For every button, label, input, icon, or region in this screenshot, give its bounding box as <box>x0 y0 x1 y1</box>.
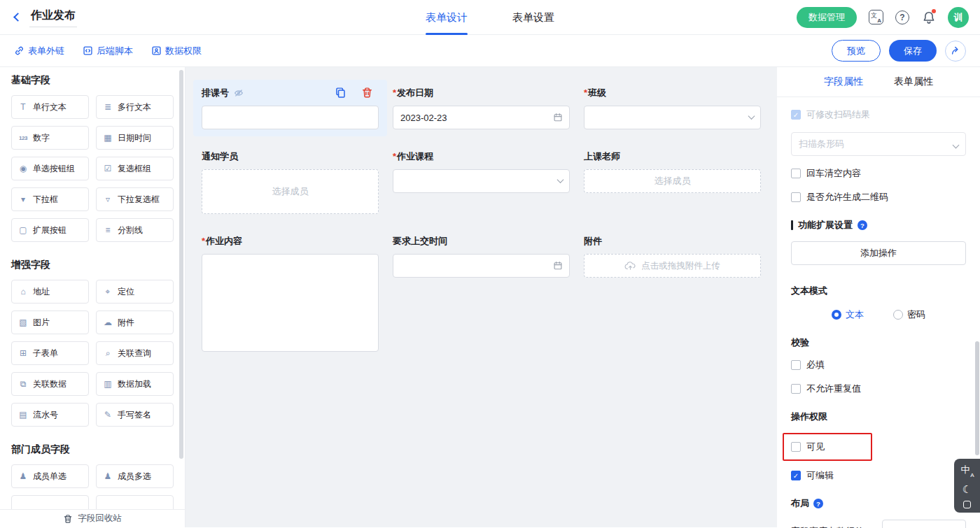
sidebar-scrollbar[interactable] <box>179 70 183 459</box>
back-button[interactable] <box>11 14 21 20</box>
validation-title: 校验 <box>791 336 966 349</box>
sidebar-item-partial[interactable] <box>11 495 89 509</box>
schedule-number-input[interactable] <box>202 106 379 129</box>
sidebar-item-data-load[interactable]: ▥数据加载 <box>96 372 174 396</box>
sidebar-item-radio-group[interactable]: ◉单选按钮组 <box>11 157 89 180</box>
data-manage-button[interactable]: 数据管理 <box>797 7 857 28</box>
field-teacher[interactable]: 上课老师 选择成员 <box>584 150 761 193</box>
sidebar-item-number[interactable]: 123数字 <box>11 126 89 150</box>
data-permission-link[interactable]: 数据权限 <box>151 45 202 57</box>
language-toggle[interactable]: 中 A <box>960 464 974 478</box>
teacher-picker[interactable]: 选择成员 <box>584 169 761 193</box>
help-icon[interactable]: ? <box>895 10 909 24</box>
sidebar-item-location[interactable]: ⌖定位 <box>96 280 174 304</box>
due-time-input[interactable] <box>393 254 570 278</box>
field-label: 通知学员 <box>202 150 379 163</box>
sidebar-item-datetime[interactable]: ▦日期时间 <box>96 126 174 150</box>
form-toolbar: 表单外链 后端脚本 数据权限 预览 保存 <box>0 35 980 67</box>
publish-date-input[interactable]: 2023-02-23 <box>393 106 570 129</box>
chevron-down-icon <box>749 117 754 119</box>
sidebar-item-divider[interactable]: ≡分割线 <box>96 218 174 242</box>
sidebar-item-dropdown[interactable]: ▾下拉框 <box>11 187 89 211</box>
form-external-link[interactable]: 表单外链 <box>14 45 64 57</box>
field-width-select[interactable]: 1/3 <box>882 520 966 528</box>
field-class[interactable]: *班级 <box>584 87 761 129</box>
member-single-icon: ♟ <box>18 471 29 481</box>
copy-field-button[interactable] <box>335 87 346 99</box>
field-schedule-number[interactable]: 排课号 <box>202 87 379 129</box>
sidebar-item-multi-line-text[interactable]: ≣多行文本 <box>96 95 174 119</box>
translate-icon[interactable]: 文 A <box>869 10 883 24</box>
preview-button[interactable]: 预览 <box>832 40 881 62</box>
script-icon <box>83 45 93 56</box>
sidebar-item-subform[interactable]: ⊞子表单 <box>11 341 89 365</box>
homework-course-select[interactable] <box>393 169 570 193</box>
sidebar-item-checkbox-group[interactable]: ☑复选框组 <box>96 157 174 180</box>
checkbox-clear-on-enter[interactable]: 回车清空内容 <box>791 167 966 180</box>
homework-content-textarea[interactable] <box>202 254 379 352</box>
panel-scrollbar[interactable] <box>975 341 979 455</box>
save-button[interactable]: 保存 <box>889 40 937 62</box>
delete-field-button[interactable] <box>361 87 373 99</box>
checkbox-editable[interactable]: 可编辑 <box>791 469 966 482</box>
top-bar: 作业发布 表单设计 表单设置 数据管理 文 A ? 训 <box>0 0 980 35</box>
checkbox-checked-disabled-icon <box>791 110 801 120</box>
sidebar-item-dropdown-multiselect[interactable]: ▿下拉复选框 <box>96 187 174 211</box>
checkbox-required[interactable]: 必填 <box>791 359 966 371</box>
sidebar-item-member-single[interactable]: ♟成员单选 <box>11 464 89 488</box>
checkbox-visible[interactable]: 可见 <box>791 441 864 453</box>
help-question-icon[interactable]: ? <box>813 499 823 508</box>
tab-form-properties[interactable]: 表单属性 <box>894 67 933 97</box>
attachment-upload[interactable]: 点击或拖拽附件上传 <box>584 254 761 278</box>
add-action-button[interactable]: 添加操作 <box>791 241 966 265</box>
sidebar-item-partial[interactable] <box>96 495 174 509</box>
field-notify-students[interactable]: 通知学员 选择成员 <box>202 150 379 214</box>
sidebar-item-attachment[interactable]: ☁附件 <box>96 311 174 334</box>
skin-icon[interactable] <box>963 501 971 508</box>
sidebar-item-address[interactable]: ⌂地址 <box>11 280 89 304</box>
field-homework-content[interactable]: *作业内容 <box>202 235 379 352</box>
calendar-icon <box>553 113 563 122</box>
field-label: 上课老师 <box>584 150 761 163</box>
notify-students-picker[interactable]: 选择成员 <box>202 169 379 214</box>
dropdown-multiselect-icon: ▿ <box>102 194 113 204</box>
field-homework-course[interactable]: *作业课程 <box>393 150 570 193</box>
avatar[interactable]: 训 <box>948 7 969 28</box>
section-title-basic-fields: 基础字段 <box>11 74 174 85</box>
sidebar-item-single-line-text[interactable]: T单行文本 <box>11 95 89 119</box>
address-icon: ⌂ <box>18 287 29 297</box>
section-extension-settings: 功能扩展设置 ? <box>791 219 966 231</box>
tab-field-properties[interactable]: 字段属性 <box>824 67 863 97</box>
tab-form-design[interactable]: 表单设计 <box>426 0 468 35</box>
backend-script-link[interactable]: 后端脚本 <box>83 45 133 57</box>
help-question-icon[interactable]: ? <box>858 220 867 230</box>
radio-text-mode-password[interactable]: 密码 <box>893 308 925 321</box>
sidebar-item-lookup-query[interactable]: ⌕关联查询 <box>96 341 174 365</box>
share-button[interactable] <box>945 41 966 62</box>
notification-dot <box>932 9 936 13</box>
extend-button-icon: ▢ <box>18 225 29 235</box>
sidebar-item-image[interactable]: ▧图片 <box>11 311 89 334</box>
checkbox-no-duplicate[interactable]: 不允许重复值 <box>791 383 966 395</box>
checkbox-allow-qrcode[interactable]: 是否允许生成二维码 <box>791 191 966 204</box>
sidebar-item-related-data[interactable]: ⧉关联数据 <box>11 372 89 396</box>
field-due-time[interactable]: 要求上交时间 <box>393 235 570 278</box>
dark-mode-moon-icon[interactable]: ☾ <box>962 484 972 494</box>
sidebar-item-member-multi[interactable]: ♟成员多选 <box>96 464 174 488</box>
datetime-icon: ▦ <box>102 133 113 143</box>
class-select[interactable] <box>584 106 761 129</box>
lookup-query-icon: ⌕ <box>102 348 113 358</box>
recycle-bin-button[interactable]: 字段回收站 <box>0 509 185 527</box>
sidebar-item-serial-number[interactable]: ▤流水号 <box>11 403 89 427</box>
field-width-row: 字段宽度占整行的 1/3 <box>791 520 966 528</box>
field-publish-date[interactable]: *发布日期 2023-02-23 <box>393 87 570 129</box>
sidebar-item-signature[interactable]: ✎手写签名 <box>96 403 174 427</box>
field-attachment[interactable]: 附件 点击或拖拽附件上传 <box>584 235 761 278</box>
radio-text-mode-text[interactable]: 文本 <box>832 308 864 321</box>
scan-type-select[interactable]: 扫描条形码 <box>791 132 966 156</box>
checkbox-modify-scan-result[interactable]: 可修改扫码结果 <box>791 108 966 121</box>
notification-bell-icon[interactable] <box>921 10 936 24</box>
sidebar-item-extend-button[interactable]: ▢扩展按钮 <box>11 218 89 242</box>
tab-form-settings[interactable]: 表单设置 <box>512 0 554 35</box>
field-label: *发布日期 <box>393 87 570 99</box>
